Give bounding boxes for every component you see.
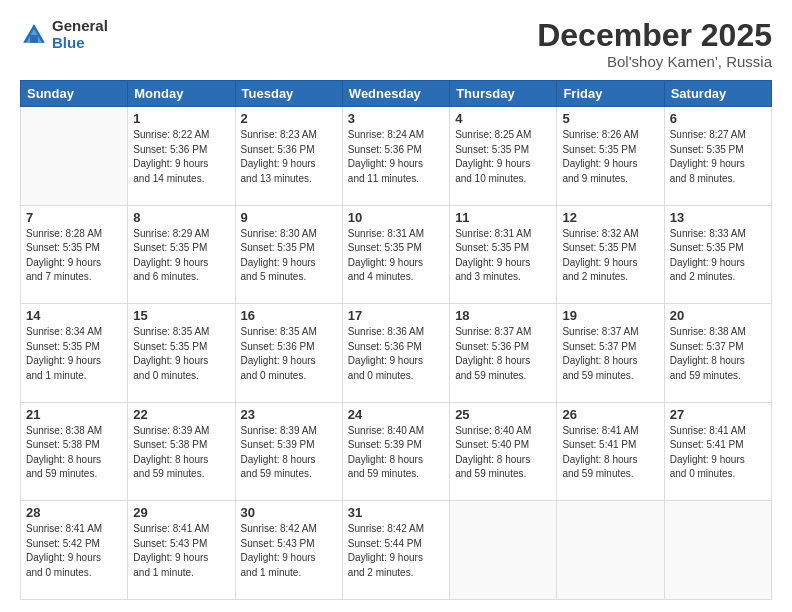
calendar-cell: 19Sunrise: 8:37 AM Sunset: 5:37 PM Dayli…	[557, 304, 664, 403]
day-info: Sunrise: 8:38 AM Sunset: 5:37 PM Dayligh…	[670, 325, 766, 383]
svg-rect-2	[30, 35, 38, 43]
calendar-cell: 15Sunrise: 8:35 AM Sunset: 5:35 PM Dayli…	[128, 304, 235, 403]
calendar-cell: 28Sunrise: 8:41 AM Sunset: 5:42 PM Dayli…	[21, 501, 128, 600]
calendar-cell: 30Sunrise: 8:42 AM Sunset: 5:43 PM Dayli…	[235, 501, 342, 600]
weekday-header-wednesday: Wednesday	[342, 81, 449, 107]
logo-text: General Blue	[52, 18, 108, 51]
logo-general-text: General	[52, 18, 108, 35]
calendar-cell: 27Sunrise: 8:41 AM Sunset: 5:41 PM Dayli…	[664, 402, 771, 501]
day-number: 12	[562, 210, 658, 225]
calendar-cell: 29Sunrise: 8:41 AM Sunset: 5:43 PM Dayli…	[128, 501, 235, 600]
day-number: 23	[241, 407, 337, 422]
day-number: 22	[133, 407, 229, 422]
day-info: Sunrise: 8:23 AM Sunset: 5:36 PM Dayligh…	[241, 128, 337, 186]
weekday-header-row: SundayMondayTuesdayWednesdayThursdayFrid…	[21, 81, 772, 107]
calendar-cell: 16Sunrise: 8:35 AM Sunset: 5:36 PM Dayli…	[235, 304, 342, 403]
day-number: 14	[26, 308, 122, 323]
day-info: Sunrise: 8:41 AM Sunset: 5:41 PM Dayligh…	[562, 424, 658, 482]
day-number: 16	[241, 308, 337, 323]
day-info: Sunrise: 8:40 AM Sunset: 5:39 PM Dayligh…	[348, 424, 444, 482]
calendar-cell: 17Sunrise: 8:36 AM Sunset: 5:36 PM Dayli…	[342, 304, 449, 403]
header: General Blue December 2025 Bol'shoy Kame…	[20, 18, 772, 70]
day-info: Sunrise: 8:42 AM Sunset: 5:43 PM Dayligh…	[241, 522, 337, 580]
day-info: Sunrise: 8:35 AM Sunset: 5:36 PM Dayligh…	[241, 325, 337, 383]
calendar-cell: 13Sunrise: 8:33 AM Sunset: 5:35 PM Dayli…	[664, 205, 771, 304]
day-info: Sunrise: 8:27 AM Sunset: 5:35 PM Dayligh…	[670, 128, 766, 186]
calendar-cell: 22Sunrise: 8:39 AM Sunset: 5:38 PM Dayli…	[128, 402, 235, 501]
day-info: Sunrise: 8:28 AM Sunset: 5:35 PM Dayligh…	[26, 227, 122, 285]
logo-blue-text: Blue	[52, 35, 108, 52]
day-number: 26	[562, 407, 658, 422]
day-number: 24	[348, 407, 444, 422]
week-row-4: 28Sunrise: 8:41 AM Sunset: 5:42 PM Dayli…	[21, 501, 772, 600]
day-info: Sunrise: 8:40 AM Sunset: 5:40 PM Dayligh…	[455, 424, 551, 482]
day-info: Sunrise: 8:32 AM Sunset: 5:35 PM Dayligh…	[562, 227, 658, 285]
calendar-cell: 1Sunrise: 8:22 AM Sunset: 5:36 PM Daylig…	[128, 107, 235, 206]
calendar-cell: 20Sunrise: 8:38 AM Sunset: 5:37 PM Dayli…	[664, 304, 771, 403]
weekday-header-saturday: Saturday	[664, 81, 771, 107]
day-number: 28	[26, 505, 122, 520]
day-info: Sunrise: 8:33 AM Sunset: 5:35 PM Dayligh…	[670, 227, 766, 285]
calendar-cell: 31Sunrise: 8:42 AM Sunset: 5:44 PM Dayli…	[342, 501, 449, 600]
weekday-header-sunday: Sunday	[21, 81, 128, 107]
week-row-0: 1Sunrise: 8:22 AM Sunset: 5:36 PM Daylig…	[21, 107, 772, 206]
day-info: Sunrise: 8:39 AM Sunset: 5:39 PM Dayligh…	[241, 424, 337, 482]
day-info: Sunrise: 8:31 AM Sunset: 5:35 PM Dayligh…	[348, 227, 444, 285]
day-number: 13	[670, 210, 766, 225]
logo-icon	[20, 21, 48, 49]
day-number: 6	[670, 111, 766, 126]
calendar-cell: 12Sunrise: 8:32 AM Sunset: 5:35 PM Dayli…	[557, 205, 664, 304]
month-title: December 2025	[537, 18, 772, 53]
calendar-cell: 7Sunrise: 8:28 AM Sunset: 5:35 PM Daylig…	[21, 205, 128, 304]
logo: General Blue	[20, 18, 108, 51]
day-number: 5	[562, 111, 658, 126]
day-number: 11	[455, 210, 551, 225]
day-number: 25	[455, 407, 551, 422]
day-number: 9	[241, 210, 337, 225]
day-number: 15	[133, 308, 229, 323]
day-info: Sunrise: 8:24 AM Sunset: 5:36 PM Dayligh…	[348, 128, 444, 186]
week-row-1: 7Sunrise: 8:28 AM Sunset: 5:35 PM Daylig…	[21, 205, 772, 304]
location: Bol'shoy Kamen', Russia	[537, 53, 772, 70]
day-info: Sunrise: 8:37 AM Sunset: 5:37 PM Dayligh…	[562, 325, 658, 383]
day-number: 1	[133, 111, 229, 126]
day-number: 20	[670, 308, 766, 323]
calendar-cell	[450, 501, 557, 600]
calendar-cell: 10Sunrise: 8:31 AM Sunset: 5:35 PM Dayli…	[342, 205, 449, 304]
day-info: Sunrise: 8:22 AM Sunset: 5:36 PM Dayligh…	[133, 128, 229, 186]
calendar-cell: 21Sunrise: 8:38 AM Sunset: 5:38 PM Dayli…	[21, 402, 128, 501]
calendar-cell: 5Sunrise: 8:26 AM Sunset: 5:35 PM Daylig…	[557, 107, 664, 206]
day-info: Sunrise: 8:41 AM Sunset: 5:41 PM Dayligh…	[670, 424, 766, 482]
day-info: Sunrise: 8:30 AM Sunset: 5:35 PM Dayligh…	[241, 227, 337, 285]
calendar-cell: 6Sunrise: 8:27 AM Sunset: 5:35 PM Daylig…	[664, 107, 771, 206]
day-info: Sunrise: 8:34 AM Sunset: 5:35 PM Dayligh…	[26, 325, 122, 383]
day-number: 17	[348, 308, 444, 323]
calendar-cell: 2Sunrise: 8:23 AM Sunset: 5:36 PM Daylig…	[235, 107, 342, 206]
calendar-cell: 14Sunrise: 8:34 AM Sunset: 5:35 PM Dayli…	[21, 304, 128, 403]
calendar-cell: 25Sunrise: 8:40 AM Sunset: 5:40 PM Dayli…	[450, 402, 557, 501]
day-info: Sunrise: 8:26 AM Sunset: 5:35 PM Dayligh…	[562, 128, 658, 186]
calendar-cell: 4Sunrise: 8:25 AM Sunset: 5:35 PM Daylig…	[450, 107, 557, 206]
week-row-3: 21Sunrise: 8:38 AM Sunset: 5:38 PM Dayli…	[21, 402, 772, 501]
day-number: 4	[455, 111, 551, 126]
title-block: December 2025 Bol'shoy Kamen', Russia	[537, 18, 772, 70]
day-info: Sunrise: 8:35 AM Sunset: 5:35 PM Dayligh…	[133, 325, 229, 383]
calendar-cell: 24Sunrise: 8:40 AM Sunset: 5:39 PM Dayli…	[342, 402, 449, 501]
day-number: 10	[348, 210, 444, 225]
day-info: Sunrise: 8:41 AM Sunset: 5:43 PM Dayligh…	[133, 522, 229, 580]
weekday-header-friday: Friday	[557, 81, 664, 107]
day-number: 3	[348, 111, 444, 126]
day-number: 30	[241, 505, 337, 520]
day-number: 7	[26, 210, 122, 225]
day-number: 31	[348, 505, 444, 520]
day-number: 8	[133, 210, 229, 225]
weekday-header-monday: Monday	[128, 81, 235, 107]
weekday-header-tuesday: Tuesday	[235, 81, 342, 107]
calendar-cell: 11Sunrise: 8:31 AM Sunset: 5:35 PM Dayli…	[450, 205, 557, 304]
calendar-cell	[557, 501, 664, 600]
calendar-cell: 8Sunrise: 8:29 AM Sunset: 5:35 PM Daylig…	[128, 205, 235, 304]
day-info: Sunrise: 8:42 AM Sunset: 5:44 PM Dayligh…	[348, 522, 444, 580]
day-info: Sunrise: 8:38 AM Sunset: 5:38 PM Dayligh…	[26, 424, 122, 482]
calendar-cell: 3Sunrise: 8:24 AM Sunset: 5:36 PM Daylig…	[342, 107, 449, 206]
calendar-cell: 26Sunrise: 8:41 AM Sunset: 5:41 PM Dayli…	[557, 402, 664, 501]
